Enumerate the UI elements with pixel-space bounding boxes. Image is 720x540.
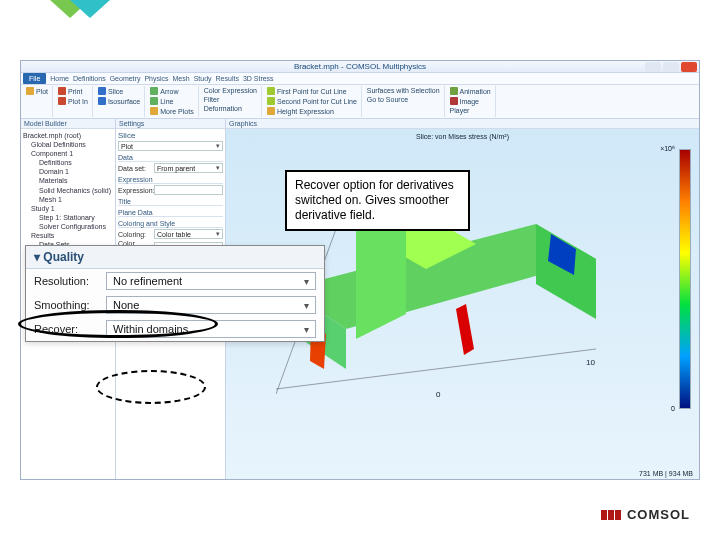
coloring-select[interactable]: Color table [154,229,223,239]
ov-recover-label: Recover: [34,323,100,335]
model-builder-title: Model Builder [21,119,115,129]
ribbon-cutline2[interactable]: Second Point for Cut Line [266,97,358,105]
menu-geometry[interactable]: Geometry [110,75,141,82]
brand-text: COMSOL [627,507,690,522]
ribbon-selsurf[interactable]: Surfaces with Selection [366,87,441,94]
ribbon-image[interactable]: Image [449,97,480,105]
titlebar: Bracket.mph - COMSOL Multiphysics [21,61,699,73]
ribbon-filter[interactable]: Filter [203,96,221,103]
settings-subtitle: Slice [118,131,223,140]
callout-recover-option: Recover option for derivatives switched … [285,170,470,231]
maximize-button[interactable] [663,62,679,72]
tree-root: Bracket.mph (root) [23,131,113,140]
menu-study[interactable]: Study [194,75,212,82]
menubar: File Home Definitions Geometry Physics M… [21,73,699,85]
menu-definitions[interactable]: Definitions [73,75,106,82]
graphics-title: Graphics [226,119,699,129]
ribbon-heightexpr[interactable]: Height Expression [266,107,335,115]
svg-marker-1 [536,224,596,319]
ribbon-colorexpr[interactable]: Color Expression [203,87,258,94]
ribbon-arrow[interactable]: Arrow [149,87,179,95]
ribbon-isosurface[interactable]: Isosurface [97,97,141,105]
ribbon-slice[interactable]: Slice [97,87,124,95]
ov-recover-select[interactable]: Within domains [106,320,316,338]
ribbon-animation[interactable]: Animation [449,87,492,95]
ov-smoothing-label: Smoothing: [34,299,100,311]
ribbon-deformation[interactable]: Deformation [203,105,243,112]
ribbon-moreplots[interactable]: More Plots [149,107,194,115]
ribbon-plotin[interactable]: Plot In [57,97,89,105]
ov-resolution-select[interactable]: No refinement [106,272,316,290]
tab-3d-stress[interactable]: 3D Stress [243,75,274,82]
menu-file[interactable]: File [23,73,46,84]
svg-text:0: 0 [436,390,441,399]
close-button[interactable] [681,62,697,72]
dataset-select[interactable]: From parent [154,163,223,173]
menu-physics[interactable]: Physics [144,75,168,82]
plot-button[interactable]: Plot [118,141,223,151]
footer-logo: COMSOL [601,507,690,522]
minimize-button[interactable] [645,62,661,72]
quality-overlay-title: Quality [26,246,324,269]
ribbon: Plot Print Plot In Slice Isosurface Arro… [21,85,699,119]
slide-decoration [50,0,130,30]
svg-text:10: 10 [586,358,595,367]
menu-home[interactable]: Home [50,75,69,82]
menu-mesh[interactable]: Mesh [173,75,190,82]
window-title: Bracket.mph - COMSOL Multiphysics [294,62,426,71]
ribbon-print[interactable]: Print [57,87,83,95]
menu-results[interactable]: Results [216,75,239,82]
expression-input[interactable] [154,185,223,195]
ribbon-plot[interactable]: Plot [25,87,49,95]
colorbar-bot-label: 0 [671,405,675,412]
plot-title: Slice: von Mises stress (N/m²) [416,133,509,140]
svg-marker-5 [456,304,474,355]
ribbon-player[interactable]: Player [449,107,471,114]
colorbar [679,149,691,409]
ov-resolution-label: Resolution: [34,275,100,287]
status-memory: 731 MB | 934 MB [639,470,693,477]
ov-smoothing-select[interactable]: None [106,296,316,314]
ribbon-cutline1[interactable]: First Point for Cut Line [266,87,348,95]
settings-title: Settings [116,119,225,129]
quality-overlay: Quality Resolution:No refinement Smoothi… [25,245,325,342]
colorbar-top-label: ×10⁶ [660,145,675,153]
ribbon-gosource[interactable]: Go to Source [366,96,409,103]
ribbon-line[interactable]: Line [149,97,174,105]
